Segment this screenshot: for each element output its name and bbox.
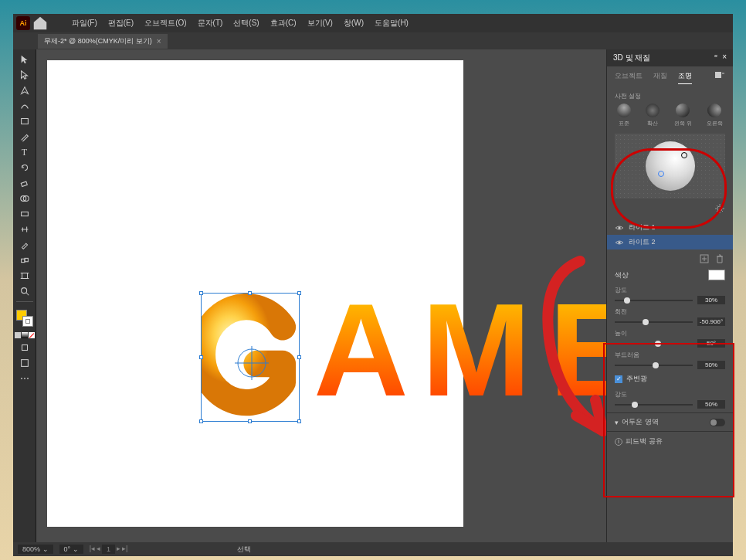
artboard-tool[interactable] bbox=[16, 269, 33, 283]
fill-stroke-swatch[interactable] bbox=[15, 308, 35, 328]
svg-rect-0 bbox=[21, 119, 28, 124]
gradient-tool[interactable] bbox=[16, 207, 33, 221]
panel-title-bar[interactable]: 3D 및 재질 « × bbox=[607, 49, 733, 66]
menu-type[interactable]: 문자(T) bbox=[193, 15, 228, 31]
rotation-slider: 회전 -50.906° bbox=[607, 305, 733, 327]
svg-point-16 bbox=[618, 226, 620, 229]
menubar: Ai 파일(F) 편집(E) 오브젝트(O) 문자(T) 선택(S) 효과(C)… bbox=[13, 14, 733, 32]
canvas-area[interactable]: A M E bbox=[36, 49, 606, 542]
tab-material[interactable]: 재질 bbox=[653, 71, 667, 84]
screen-mode[interactable] bbox=[16, 356, 33, 370]
panel-tabs: 오브젝트 재질 조명 bbox=[607, 66, 733, 87]
tab-title: 무제-2* @ 800%(CMYK/미리 보기) bbox=[44, 36, 152, 46]
rotate-tool[interactable] bbox=[16, 161, 33, 175]
eye-icon[interactable] bbox=[615, 239, 624, 246]
svg-rect-6 bbox=[25, 258, 28, 261]
blend-tool[interactable] bbox=[16, 253, 33, 267]
type-tool[interactable]: T bbox=[16, 145, 33, 159]
zoom-dropdown[interactable]: 800% ⌄ bbox=[18, 545, 53, 554]
home-button[interactable] bbox=[32, 16, 49, 30]
preset-label: 사전 설정 bbox=[615, 92, 725, 100]
curvature-tool[interactable] bbox=[16, 99, 33, 113]
menu-view[interactable]: 보기(V) bbox=[303, 15, 337, 31]
rotation-dropdown[interactable]: 0° ⌄ bbox=[59, 545, 83, 554]
panel-close-icon[interactable]: × bbox=[722, 53, 727, 63]
menu-file[interactable]: 파일(F) bbox=[67, 15, 102, 31]
rotation-slider-track[interactable] bbox=[615, 321, 693, 323]
menu-effect[interactable]: 효과(C) bbox=[266, 15, 301, 31]
light-item-2[interactable]: 라이트 2 bbox=[607, 235, 733, 249]
artboard: A M E bbox=[47, 60, 463, 527]
preset-right[interactable]: 오른쪽 bbox=[707, 104, 723, 127]
tab-object[interactable]: 오브젝트 bbox=[615, 71, 643, 84]
document-tabbar: 무제-2* @ 800%(CMYK/미리 보기) × bbox=[13, 32, 733, 49]
center-crosshair-icon bbox=[235, 346, 269, 380]
edit-toolbar[interactable]: ⋯ bbox=[16, 372, 33, 385]
svg-rect-1 bbox=[21, 182, 27, 187]
direct-selection-tool[interactable] bbox=[16, 68, 33, 82]
add-light-button[interactable] bbox=[699, 253, 710, 264]
current-tool-label: 선택 bbox=[237, 545, 251, 555]
stroke-swatch[interactable] bbox=[22, 316, 33, 327]
panel-title-text: 3D 및 재질 bbox=[613, 53, 650, 63]
svg-point-17 bbox=[618, 241, 620, 243]
preset-section: 사전 설정 표준 확산 왼쪽 위 오른쪽 bbox=[607, 87, 733, 129]
status-bar: 800% ⌄ 0° ⌄ |◂◂1▸▸| 선택 bbox=[13, 542, 733, 556]
app-logo: Ai bbox=[16, 16, 30, 30]
color-mode-row[interactable] bbox=[15, 331, 35, 339]
svg-rect-9 bbox=[22, 345, 27, 351]
menu-select[interactable]: 선택(S) bbox=[229, 15, 263, 31]
color-row: 색상 bbox=[607, 266, 733, 283]
shape-builder-tool[interactable] bbox=[16, 192, 33, 205]
color-label: 색상 bbox=[615, 270, 629, 280]
letter-a: A bbox=[314, 284, 409, 416]
zoom-tool[interactable] bbox=[16, 284, 33, 298]
delete-light-button[interactable] bbox=[714, 253, 725, 264]
eyedropper-tool[interactable] bbox=[16, 238, 33, 252]
svg-rect-14 bbox=[715, 72, 721, 78]
menu-object[interactable]: 오브젝트(O) bbox=[140, 15, 191, 31]
intensity-value[interactable]: 30% bbox=[697, 296, 725, 304]
document-tab[interactable]: 무제-2* @ 800%(CMYK/미리 보기) × bbox=[38, 34, 168, 49]
menu-window[interactable]: 창(W) bbox=[339, 15, 368, 31]
pen-tool[interactable] bbox=[16, 83, 33, 97]
intensity-slider: 강도 30% bbox=[607, 283, 733, 305]
menu-edit[interactable]: 편집(E) bbox=[103, 15, 138, 31]
preset-standard[interactable]: 표준 bbox=[617, 104, 631, 127]
paintbrush-tool[interactable] bbox=[16, 130, 33, 144]
tools-panel: T ⋯ bbox=[13, 49, 36, 542]
selection-tool[interactable] bbox=[16, 53, 33, 66]
panel-collapse-icon[interactable]: « bbox=[714, 53, 717, 63]
menu-help[interactable]: 도움말(H) bbox=[370, 15, 413, 31]
eraser-tool[interactable] bbox=[16, 176, 33, 190]
preset-diffuse[interactable]: 확산 bbox=[646, 104, 660, 127]
panel-render-icon[interactable] bbox=[714, 71, 725, 84]
preset-topleft[interactable]: 왼쪽 위 bbox=[674, 104, 692, 127]
svg-rect-10 bbox=[21, 360, 28, 367]
rectangle-tool[interactable] bbox=[16, 114, 33, 128]
app-window: Ai 파일(F) 편집(E) 오브젝트(O) 문자(T) 선택(S) 효과(C)… bbox=[13, 14, 733, 556]
tab-close-button[interactable]: × bbox=[157, 37, 161, 46]
svg-rect-7 bbox=[22, 273, 27, 279]
drawing-mode-normal[interactable] bbox=[16, 341, 33, 355]
rotation-value[interactable]: -50.906° bbox=[697, 317, 725, 326]
svg-rect-4 bbox=[21, 212, 28, 216]
svg-point-8 bbox=[21, 288, 26, 294]
eye-icon[interactable] bbox=[615, 225, 624, 231]
3d-materials-panel: 3D 및 재질 « × 오브젝트 재질 조명 사전 설정 표준 확산 bbox=[606, 49, 733, 542]
annotation-circle bbox=[611, 148, 727, 229]
toolbar-divider bbox=[16, 301, 33, 302]
width-tool[interactable] bbox=[16, 222, 33, 236]
artboard-nav[interactable]: |◂◂1▸▸| bbox=[90, 545, 128, 554]
intensity-slider-track[interactable] bbox=[615, 300, 693, 301]
svg-rect-5 bbox=[21, 259, 24, 262]
annotation-arrow bbox=[487, 246, 606, 446]
tab-lighting[interactable]: 조명 bbox=[678, 71, 692, 84]
main-area: T ⋯ bbox=[13, 49, 733, 542]
annotation-rectangle bbox=[603, 343, 734, 497]
light-color-swatch[interactable] bbox=[708, 270, 725, 280]
